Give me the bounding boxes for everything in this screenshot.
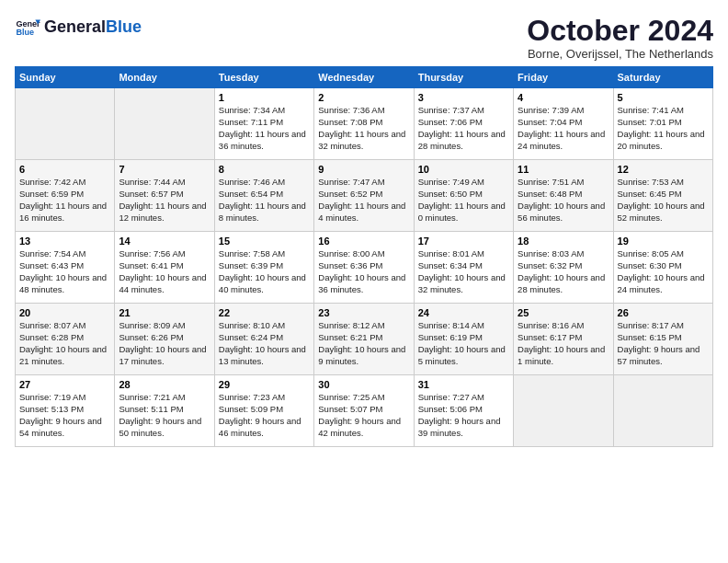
calendar-cell: 22Sunrise: 8:10 AMSunset: 6:24 PMDayligh… — [214, 304, 313, 375]
day-info: Sunrise: 7:47 AMSunset: 6:52 PMDaylight:… — [318, 177, 409, 224]
calendar-cell: 4Sunrise: 7:39 AMSunset: 7:04 PMDaylight… — [514, 88, 613, 160]
week-row-1: 1Sunrise: 7:34 AMSunset: 7:11 PMDaylight… — [16, 88, 713, 160]
calendar-cell: 28Sunrise: 7:21 AMSunset: 5:11 PMDayligh… — [115, 375, 214, 447]
calendar-table: SundayMondayTuesdayWednesdayThursdayFrid… — [15, 66, 713, 447]
calendar-cell: 8Sunrise: 7:46 AMSunset: 6:54 PMDaylight… — [214, 160, 313, 232]
calendar-cell: 10Sunrise: 7:49 AMSunset: 6:50 PMDayligh… — [414, 160, 513, 232]
day-info: Sunrise: 7:46 AMSunset: 6:54 PMDaylight:… — [219, 177, 310, 224]
day-info: Sunrise: 7:41 AMSunset: 7:01 PMDaylight:… — [618, 105, 709, 152]
calendar-cell: 26Sunrise: 8:17 AMSunset: 6:15 PMDayligh… — [613, 304, 712, 375]
day-number: 8 — [219, 164, 310, 175]
day-info: Sunrise: 7:36 AMSunset: 7:08 PMDaylight:… — [318, 105, 409, 152]
calendar-cell: 12Sunrise: 7:53 AMSunset: 6:45 PMDayligh… — [613, 160, 712, 232]
day-info: Sunrise: 7:19 AMSunset: 5:13 PMDaylight:… — [19, 392, 110, 439]
calendar-cell: 17Sunrise: 8:01 AMSunset: 6:34 PMDayligh… — [414, 232, 513, 304]
day-number: 5 — [618, 92, 709, 103]
calendar-cell: 9Sunrise: 7:47 AMSunset: 6:52 PMDaylight… — [314, 160, 414, 232]
logo-text-line1: GeneralBlue — [44, 18, 142, 37]
calendar-cell: 15Sunrise: 7:58 AMSunset: 6:39 PMDayligh… — [214, 232, 313, 304]
calendar-cell: 7Sunrise: 7:44 AMSunset: 6:57 PMDaylight… — [115, 160, 214, 232]
col-header-tuesday: Tuesday — [214, 67, 313, 88]
day-number: 16 — [318, 236, 409, 247]
day-info: Sunrise: 8:17 AMSunset: 6:15 PMDaylight:… — [618, 320, 709, 367]
month-title: October 2024 — [527, 15, 713, 47]
calendar-cell — [514, 375, 613, 447]
day-info: Sunrise: 8:10 AMSunset: 6:24 PMDaylight:… — [219, 320, 310, 367]
day-number: 22 — [219, 307, 310, 318]
day-number: 9 — [318, 164, 409, 175]
day-number: 26 — [618, 307, 709, 318]
day-info: Sunrise: 8:14 AMSunset: 6:19 PMDaylight:… — [418, 320, 509, 367]
day-info: Sunrise: 7:56 AMSunset: 6:41 PMDaylight:… — [119, 248, 210, 295]
day-info: Sunrise: 7:53 AMSunset: 6:45 PMDaylight:… — [618, 177, 709, 224]
day-info: Sunrise: 7:51 AMSunset: 6:48 PMDaylight:… — [518, 177, 609, 224]
day-info: Sunrise: 7:54 AMSunset: 6:43 PMDaylight:… — [19, 248, 110, 295]
calendar-cell: 27Sunrise: 7:19 AMSunset: 5:13 PMDayligh… — [16, 375, 115, 447]
day-number: 4 — [518, 92, 609, 103]
day-number: 15 — [219, 236, 310, 247]
calendar-cell: 25Sunrise: 8:16 AMSunset: 6:17 PMDayligh… — [514, 304, 613, 375]
col-header-friday: Friday — [514, 67, 613, 88]
day-info: Sunrise: 7:27 AMSunset: 5:06 PMDaylight:… — [418, 392, 509, 439]
day-info: Sunrise: 8:09 AMSunset: 6:26 PMDaylight:… — [119, 320, 210, 367]
header: General Blue GeneralBlue October 2024 Bo… — [15, 15, 713, 61]
calendar-cell: 16Sunrise: 8:00 AMSunset: 6:36 PMDayligh… — [314, 232, 414, 304]
day-number: 20 — [19, 307, 110, 318]
day-info: Sunrise: 8:03 AMSunset: 6:32 PMDaylight:… — [518, 248, 609, 295]
day-number: 14 — [119, 236, 210, 247]
day-number: 23 — [318, 307, 409, 318]
calendar-cell: 20Sunrise: 8:07 AMSunset: 6:28 PMDayligh… — [16, 304, 115, 375]
calendar-cell — [16, 88, 115, 160]
calendar-container: General Blue GeneralBlue October 2024 Bo… — [0, 0, 728, 454]
col-header-thursday: Thursday — [414, 67, 513, 88]
col-header-wednesday: Wednesday — [314, 67, 414, 88]
calendar-cell: 30Sunrise: 7:25 AMSunset: 5:07 PMDayligh… — [314, 375, 414, 447]
day-number: 12 — [618, 164, 709, 175]
day-number: 7 — [119, 164, 210, 175]
week-row-3: 13Sunrise: 7:54 AMSunset: 6:43 PMDayligh… — [16, 232, 713, 304]
calendar-cell — [613, 375, 712, 447]
day-number: 24 — [418, 307, 509, 318]
calendar-cell: 11Sunrise: 7:51 AMSunset: 6:48 PMDayligh… — [514, 160, 613, 232]
day-info: Sunrise: 7:42 AMSunset: 6:59 PMDaylight:… — [19, 177, 110, 224]
day-number: 27 — [19, 379, 110, 390]
calendar-cell: 3Sunrise: 7:37 AMSunset: 7:06 PMDaylight… — [414, 88, 513, 160]
day-info: Sunrise: 8:01 AMSunset: 6:34 PMDaylight:… — [418, 248, 509, 295]
day-number: 25 — [518, 307, 609, 318]
calendar-cell: 31Sunrise: 7:27 AMSunset: 5:06 PMDayligh… — [414, 375, 513, 447]
week-row-5: 27Sunrise: 7:19 AMSunset: 5:13 PMDayligh… — [16, 375, 713, 447]
day-info: Sunrise: 8:16 AMSunset: 6:17 PMDaylight:… — [518, 320, 609, 367]
calendar-cell: 23Sunrise: 8:12 AMSunset: 6:21 PMDayligh… — [314, 304, 414, 375]
header-row: SundayMondayTuesdayWednesdayThursdayFrid… — [16, 67, 713, 88]
week-row-2: 6Sunrise: 7:42 AMSunset: 6:59 PMDaylight… — [16, 160, 713, 232]
col-header-sunday: Sunday — [16, 67, 115, 88]
day-info: Sunrise: 7:39 AMSunset: 7:04 PMDaylight:… — [518, 105, 609, 152]
col-header-monday: Monday — [115, 67, 214, 88]
day-info: Sunrise: 7:44 AMSunset: 6:57 PMDaylight:… — [119, 177, 210, 224]
day-number: 28 — [119, 379, 210, 390]
svg-text:Blue: Blue — [16, 28, 34, 37]
calendar-cell: 5Sunrise: 7:41 AMSunset: 7:01 PMDaylight… — [613, 88, 712, 160]
calendar-cell: 21Sunrise: 8:09 AMSunset: 6:26 PMDayligh… — [115, 304, 214, 375]
calendar-cell: 1Sunrise: 7:34 AMSunset: 7:11 PMDaylight… — [214, 88, 313, 160]
day-number: 6 — [19, 164, 110, 175]
day-number: 11 — [518, 164, 609, 175]
day-number: 13 — [19, 236, 110, 247]
day-info: Sunrise: 8:05 AMSunset: 6:30 PMDaylight:… — [618, 248, 709, 295]
day-info: Sunrise: 7:25 AMSunset: 5:07 PMDaylight:… — [318, 392, 409, 439]
calendar-cell: 24Sunrise: 8:14 AMSunset: 6:19 PMDayligh… — [414, 304, 513, 375]
logo: General Blue GeneralBlue — [15, 15, 142, 40]
day-number: 19 — [618, 236, 709, 247]
title-block: October 2024 Borne, Overijssel, The Neth… — [527, 15, 713, 61]
day-number: 17 — [418, 236, 509, 247]
day-number: 21 — [119, 307, 210, 318]
day-number: 10 — [418, 164, 509, 175]
calendar-cell: 2Sunrise: 7:36 AMSunset: 7:08 PMDaylight… — [314, 88, 414, 160]
day-number: 1 — [219, 92, 310, 103]
week-row-4: 20Sunrise: 8:07 AMSunset: 6:28 PMDayligh… — [16, 304, 713, 375]
calendar-cell: 29Sunrise: 7:23 AMSunset: 5:09 PMDayligh… — [214, 375, 313, 447]
calendar-cell: 18Sunrise: 8:03 AMSunset: 6:32 PMDayligh… — [514, 232, 613, 304]
calendar-cell: 6Sunrise: 7:42 AMSunset: 6:59 PMDaylight… — [16, 160, 115, 232]
day-number: 2 — [318, 92, 409, 103]
logo-icon: General Blue — [15, 15, 40, 40]
